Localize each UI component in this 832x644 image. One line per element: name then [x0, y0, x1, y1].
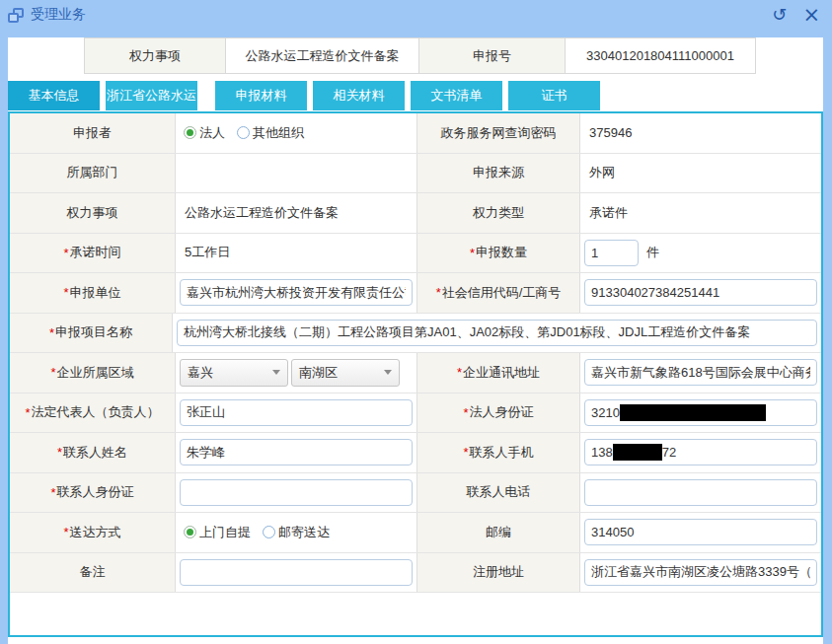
radio-unselected-icon[interactable] — [237, 126, 250, 139]
form-row-region: *企业所属区域 嘉兴 南湖区 *企业通讯地址 — [10, 353, 821, 394]
declare-qty-label: *申报数量 — [417, 234, 580, 273]
department-label: 所属部门 — [10, 154, 176, 193]
region-district-select[interactable]: 南湖区 — [291, 359, 400, 387]
refresh-icon[interactable]: ↺ — [772, 6, 787, 24]
form-row-remark: 备注 注册地址 — [10, 553, 821, 594]
form-row-department: 所属部门 申报来源 外网 — [10, 154, 821, 194]
header-bar: 权力事项 公路水运工程造价文件备案 申报号 330401201804111000… — [84, 37, 756, 74]
delivery-radiogroup: 上门自提 邮寄送达 — [180, 524, 330, 541]
credit-code-input[interactable] — [584, 279, 817, 306]
applicant-type-radiogroup: 法人 其他组织 — [180, 124, 304, 142]
header-declare-no-label: 申报号 — [419, 38, 566, 73]
registered-address-label: 注册地址 — [417, 553, 580, 593]
tab-declare-materials[interactable]: 申报材料 — [215, 81, 307, 110]
contact-mobile-input[interactable]: 138 72 — [584, 439, 817, 465]
legal-id-input[interactable]: 3210 — [584, 399, 817, 426]
company-address-input[interactable] — [584, 359, 817, 386]
form-row-project-name: *申报项目名称 — [10, 314, 821, 354]
project-name-label: *申报项目名称 — [10, 314, 173, 353]
query-password-value: 375946 — [584, 125, 632, 140]
promise-time-label: *承诺时间 — [10, 234, 176, 273]
credit-code-label: *社会信用代码/工商号 — [417, 273, 580, 313]
tab-basic-info[interactable]: 基本信息 — [8, 81, 100, 110]
form-row-power-item: 权力事项 公路水运工程造价文件备案 权力类型 承诺件 — [10, 193, 821, 234]
declare-qty-unit: 件 — [646, 244, 659, 261]
power-item-label: 权力事项 — [10, 193, 176, 233]
declare-qty-input[interactable] — [584, 240, 639, 266]
contact-name-label: *联系人姓名 — [10, 433, 176, 472]
tab-zhejiang-highway[interactable]: 浙江省公路水运 — [106, 81, 197, 110]
contact-id-label: *联系人身份证 — [10, 473, 176, 513]
promise-time-value: 5工作日 — [180, 244, 230, 261]
declare-source-label: 申报来源 — [417, 154, 580, 193]
radio-unselected-icon[interactable] — [263, 526, 275, 538]
form-row-legal-rep: *法定代表人（负责人） *法人身份证 3210 — [10, 394, 821, 434]
window-icon — [8, 8, 24, 23]
tab-document-list[interactable]: 文书清单 — [411, 81, 502, 110]
titlebar: 受理业务 ↺ × — [0, 0, 832, 30]
contact-mobile-label: *联系人手机 — [417, 433, 580, 472]
form-row-contact-id: *联系人身份证 联系人电话 — [10, 473, 821, 514]
radio-mail-delivery[interactable]: 邮寄送达 — [263, 524, 330, 541]
power-type-label: 权力类型 — [417, 193, 580, 233]
chevron-down-icon — [272, 370, 280, 375]
power-type-value: 承诺件 — [584, 204, 628, 222]
applicant-label: 申报者 — [10, 113, 176, 153]
radio-legal-person[interactable]: 法人 — [184, 124, 225, 142]
close-icon[interactable]: × — [802, 5, 820, 26]
legal-rep-label: *法定代表人（负责人） — [10, 394, 176, 433]
header-matter-value: 公路水运工程造价文件备案 — [226, 38, 419, 73]
header-matter-label: 权力事项 — [85, 38, 226, 73]
contact-phone-label: 联系人电话 — [417, 473, 580, 513]
contact-id-input[interactable] — [180, 479, 413, 506]
basic-info-panel: 申报者 法人 其他组织 政务服务网查询密码 375946 所属部门 — [8, 111, 823, 637]
postcode-label: 邮编 — [417, 513, 580, 552]
region-city-select[interactable]: 嘉兴 — [180, 359, 288, 387]
tab-related-materials[interactable]: 相关材料 — [313, 81, 405, 110]
contact-phone-input[interactable] — [584, 479, 817, 506]
form-row-applicant: 申报者 法人 其他组织 政务服务网查询密码 375946 — [10, 113, 821, 154]
form-row-promise-time: *承诺时间 5工作日 *申报数量 件 — [10, 234, 821, 274]
window-title: 受理业务 — [31, 6, 86, 24]
chevron-down-icon — [384, 370, 392, 375]
registered-address-input[interactable] — [584, 559, 817, 586]
form-row-delivery: *送达方式 上门自提 邮寄送达 邮编 — [10, 513, 821, 553]
form-row-contact-name: *联系人姓名 *联系人手机 138 72 — [10, 433, 821, 473]
header-declare-no-value: 330401201804111000001 — [566, 38, 755, 73]
form-row-declare-unit: *申报单位 *社会信用代码/工商号 — [10, 273, 821, 314]
query-password-label: 政务服务网查询密码 — [417, 113, 580, 153]
power-item-value: 公路水运工程造价文件备案 — [180, 204, 339, 222]
company-address-label: *企业通讯地址 — [417, 353, 580, 393]
project-name-input[interactable] — [177, 320, 817, 346]
redaction-block — [613, 444, 662, 461]
declare-source-value: 外网 — [584, 164, 615, 181]
legal-rep-input[interactable] — [180, 399, 413, 426]
remark-label: 备注 — [10, 553, 176, 593]
radio-other-org[interactable]: 其他组织 — [237, 124, 304, 142]
tab-certificate[interactable]: 证书 — [508, 81, 600, 110]
declare-unit-input[interactable] — [180, 279, 413, 306]
declare-unit-label: *申报单位 — [10, 273, 176, 313]
dialog-body: 权力事项 公路水运工程造价文件备案 申报号 330401201804111000… — [8, 37, 823, 644]
legal-id-label: *法人身份证 — [417, 394, 580, 433]
postcode-input[interactable] — [584, 519, 817, 545]
tab-bar: 基本信息 浙江省公路水运 申报材料 相关材料 文书清单 证书 — [8, 81, 823, 110]
radio-selected-icon[interactable] — [184, 526, 196, 538]
delivery-label: *送达方式 — [10, 513, 176, 552]
radio-self-pickup[interactable]: 上门自提 — [184, 524, 251, 541]
remark-input[interactable] — [180, 559, 413, 586]
radio-selected-icon[interactable] — [184, 126, 196, 139]
contact-name-input[interactable] — [180, 439, 413, 465]
redaction-block — [620, 404, 766, 421]
region-label: *企业所属区域 — [10, 353, 176, 393]
